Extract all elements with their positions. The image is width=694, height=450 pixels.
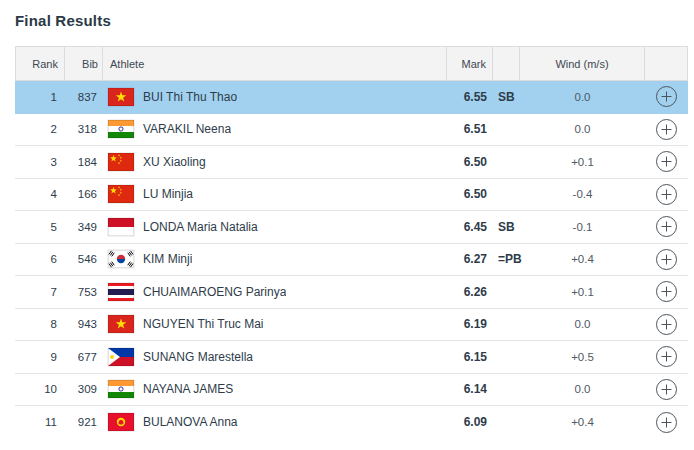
athlete-cell: NGUYEN Thi Truc Mai <box>101 309 447 341</box>
column-header-actions <box>644 47 687 80</box>
plus-icon <box>661 417 672 428</box>
table-row[interactable]: 10 309 NAYANA JAMES 6.14 0.0 <box>15 374 688 407</box>
athlete-name: LU Minjia <box>143 187 193 201</box>
athlete-name: VARAKIL Neena <box>143 122 231 136</box>
athlete-name: NAYANA JAMES <box>143 382 233 396</box>
expand-row-button[interactable] <box>656 346 677 367</box>
note-badge <box>493 341 520 373</box>
flag-tha-icon <box>108 283 134 301</box>
note-badge: SB <box>493 211 520 243</box>
column-header-mark: Mark <box>446 47 492 80</box>
plus-icon <box>661 254 672 265</box>
wind-cell: -0.4 <box>520 179 645 211</box>
rank-cell: 1 <box>15 81 63 113</box>
wind-cell: +0.4 <box>520 244 645 276</box>
column-header-bib: Bib <box>64 47 102 80</box>
actions-cell <box>645 146 688 178</box>
flag-vie-icon <box>108 315 134 333</box>
bib-cell: 943 <box>63 309 101 341</box>
rank-cell: 10 <box>15 374 63 406</box>
athlete-cell: NAYANA JAMES <box>101 374 447 406</box>
plus-icon <box>661 189 672 200</box>
rank-cell: 5 <box>15 211 63 243</box>
actions-cell <box>645 341 688 373</box>
mark-cell: 6.51 <box>447 114 493 146</box>
wind-cell: 0.0 <box>520 309 645 341</box>
athlete-cell: LONDA Maria Natalia <box>101 211 447 243</box>
note-badge <box>493 114 520 146</box>
athlete-name: CHUAIMAROENG Parinya <box>143 285 286 299</box>
flag-chn-icon <box>108 153 134 171</box>
table-header-row: Rank Bib Athlete Mark Wind (m/s) <box>15 46 688 81</box>
expand-row-button[interactable] <box>656 119 677 140</box>
bib-cell: 184 <box>63 146 101 178</box>
rank-cell: 6 <box>15 244 63 276</box>
expand-row-button[interactable] <box>656 281 677 302</box>
athlete-cell: VARAKIL Neena <box>101 114 447 146</box>
mark-cell: 6.14 <box>447 374 493 406</box>
table-row[interactable]: 9 677 SUNANG Marestella 6.15 +0.5 <box>15 341 688 374</box>
rank-cell: 7 <box>15 276 63 308</box>
actions-cell <box>645 244 688 276</box>
plus-icon <box>661 124 672 135</box>
plus-icon <box>661 319 672 330</box>
plus-icon <box>661 221 672 232</box>
wind-cell: 0.0 <box>520 374 645 406</box>
rank-cell: 8 <box>15 309 63 341</box>
flag-phi-icon <box>108 348 134 366</box>
results-body: 1 837 BUI Thi Thu Thao 6.55 SB 0.0 2 318… <box>15 81 688 439</box>
expand-row-button[interactable] <box>656 86 677 107</box>
wind-cell: -0.1 <box>520 211 645 243</box>
athlete-name: BULANOVA Anna <box>143 415 238 429</box>
flag-kor-icon <box>108 250 134 268</box>
table-row[interactable]: 4 166 LU Minjia 6.50 -0.4 <box>15 179 688 212</box>
expand-row-button[interactable] <box>656 314 677 335</box>
actions-cell <box>645 276 688 308</box>
mark-cell: 6.19 <box>447 309 493 341</box>
final-results-page: Final Results Rank Bib Athlete Mark Wind… <box>0 12 694 439</box>
bib-cell: 166 <box>63 179 101 211</box>
athlete-cell: LU Minjia <box>101 179 447 211</box>
table-row[interactable]: 11 921 BULANOVA Anna 6.09 +0.4 <box>15 406 688 439</box>
actions-cell <box>645 179 688 211</box>
expand-row-button[interactable] <box>656 412 677 433</box>
wind-cell: +0.4 <box>520 406 645 439</box>
mark-cell: 6.15 <box>447 341 493 373</box>
expand-row-button[interactable] <box>656 151 677 172</box>
table-row[interactable]: 7 753 CHUAIMAROENG Parinya 6.26 +0.1 <box>15 276 688 309</box>
athlete-cell: CHUAIMAROENG Parinya <box>101 276 447 308</box>
athlete-cell: BULANOVA Anna <box>101 406 447 439</box>
table-row[interactable]: 3 184 XU Xiaoling 6.50 +0.1 <box>15 146 688 179</box>
bib-cell: 309 <box>63 374 101 406</box>
table-row[interactable]: 5 349 LONDA Maria Natalia 6.45 SB -0.1 <box>15 211 688 244</box>
expand-row-button[interactable] <box>656 216 677 237</box>
expand-row-button[interactable] <box>656 249 677 270</box>
expand-row-button[interactable] <box>656 379 677 400</box>
rank-cell: 2 <box>15 114 63 146</box>
actions-cell <box>645 211 688 243</box>
bib-cell: 349 <box>63 211 101 243</box>
athlete-name: BUI Thi Thu Thao <box>143 90 237 104</box>
plus-icon <box>661 286 672 297</box>
plus-icon <box>661 91 672 102</box>
table-row[interactable]: 8 943 NGUYEN Thi Truc Mai 6.19 0.0 <box>15 309 688 342</box>
column-header-wind: Wind (m/s) <box>519 47 644 80</box>
mark-cell: 6.26 <box>447 276 493 308</box>
wind-cell: +0.1 <box>520 276 645 308</box>
mark-cell: 6.27 <box>447 244 493 276</box>
bib-cell: 546 <box>63 244 101 276</box>
plus-icon <box>661 351 672 362</box>
table-row[interactable]: 1 837 BUI Thi Thu Thao 6.55 SB 0.0 <box>15 81 688 114</box>
bib-cell: 318 <box>63 114 101 146</box>
flag-vie-icon <box>108 88 134 106</box>
actions-cell <box>645 309 688 341</box>
wind-cell: +0.1 <box>520 146 645 178</box>
table-row[interactable]: 6 546 KIM Minji 6.27 =PB +0.4 <box>15 244 688 277</box>
flag-ina-icon <box>108 218 134 236</box>
bib-cell: 753 <box>63 276 101 308</box>
column-header-note <box>492 47 519 80</box>
table-row[interactable]: 2 318 VARAKIL Neena 6.51 0.0 <box>15 114 688 147</box>
plus-icon <box>661 156 672 167</box>
flag-kgz-icon <box>108 413 134 431</box>
expand-row-button[interactable] <box>656 184 677 205</box>
